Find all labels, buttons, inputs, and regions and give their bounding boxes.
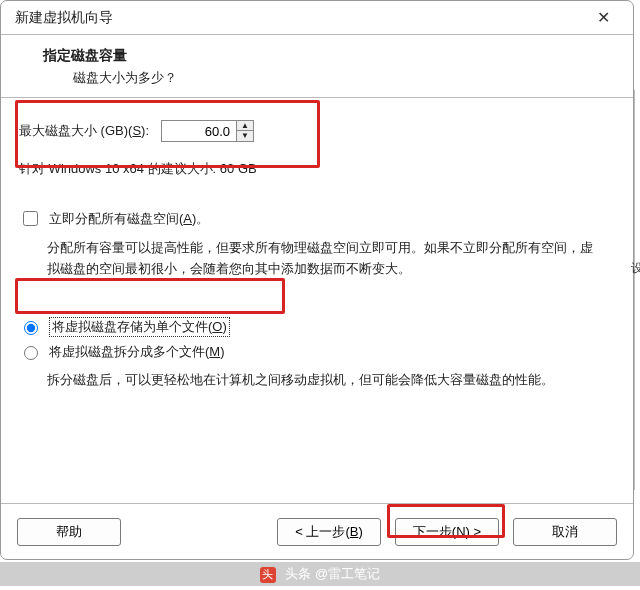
store-split-files-label[interactable]: 将虚拟磁盘拆分成多个文件(M) — [49, 343, 225, 361]
cancel-button[interactable]: 取消 — [513, 518, 617, 546]
window-title: 新建虚拟机向导 — [15, 9, 583, 27]
allocate-now-label[interactable]: 立即分配所有磁盘空间(A)。 — [49, 210, 209, 228]
button-bar: 帮助 < 上一步(B) 下一步(N) > 取消 — [1, 503, 633, 559]
allocate-now-row: 立即分配所有磁盘空间(A)。 — [19, 208, 615, 229]
store-single-file-row: 将虚拟磁盘存储为单个文件(O) — [19, 314, 615, 340]
peeking-text: 设 — [631, 260, 640, 277]
watermark-logo-icon — [260, 567, 276, 583]
page-heading: 指定磁盘容量 — [43, 47, 615, 65]
store-split-files-row: 将虚拟磁盘拆分成多个文件(M) — [19, 340, 615, 364]
background-window-sliver: 设 — [634, 90, 640, 490]
help-button[interactable]: 帮助 — [17, 518, 121, 546]
store-single-file-radio[interactable] — [24, 321, 38, 335]
back-button[interactable]: < 上一步(B) — [277, 518, 381, 546]
storage-mode-group: 将虚拟磁盘存储为单个文件(O) 将虚拟磁盘拆分成多个文件(M) 拆分磁盘后，可以… — [19, 314, 615, 391]
disk-size-input[interactable] — [162, 121, 236, 141]
disk-size-spinner[interactable]: ▲ ▼ — [161, 120, 254, 142]
next-button[interactable]: 下一步(N) > — [395, 518, 499, 546]
titlebar: 新建虚拟机向导 ✕ — [1, 1, 633, 35]
recommended-size-text: 针对 Windows 10 x64 的建议大小: 60 GB — [19, 160, 615, 178]
watermark-text: 头条 @雷工笔记 — [285, 566, 380, 581]
disk-size-row: 最大磁盘大小 (GB)(S): ▲ ▼ — [19, 120, 615, 142]
watermark: 头条 @雷工笔记 — [0, 562, 640, 586]
page-subheading: 磁盘大小为多少？ — [73, 69, 615, 87]
highlight-single-file — [15, 278, 285, 314]
store-single-file-label[interactable]: 将虚拟磁盘存储为单个文件(O) — [49, 317, 230, 337]
allocate-now-checkbox[interactable] — [23, 211, 38, 226]
disk-size-label: 最大磁盘大小 (GB)(S): — [19, 122, 149, 140]
spinner-down-icon[interactable]: ▼ — [237, 131, 253, 141]
close-button[interactable]: ✕ — [583, 4, 623, 32]
wizard-header: 指定磁盘容量 磁盘大小为多少？ — [1, 35, 633, 98]
wizard-body: 最大磁盘大小 (GB)(S): ▲ ▼ 针对 Windows 10 x64 的建… — [1, 98, 633, 401]
store-split-files-radio[interactable] — [24, 346, 38, 360]
store-split-description: 拆分磁盘后，可以更轻松地在计算机之间移动虚拟机，但可能会降低大容量磁盘的性能。 — [47, 370, 605, 391]
close-icon: ✕ — [597, 8, 610, 27]
spinner-up-icon[interactable]: ▲ — [237, 121, 253, 131]
allocate-now-description: 分配所有容量可以提高性能，但要求所有物理磁盘空间立即可用。如果不立即分配所有空间… — [47, 237, 605, 280]
new-vm-wizard-dialog: 新建虚拟机向导 ✕ 指定磁盘容量 磁盘大小为多少？ 最大磁盘大小 (GB)(S)… — [0, 0, 634, 560]
